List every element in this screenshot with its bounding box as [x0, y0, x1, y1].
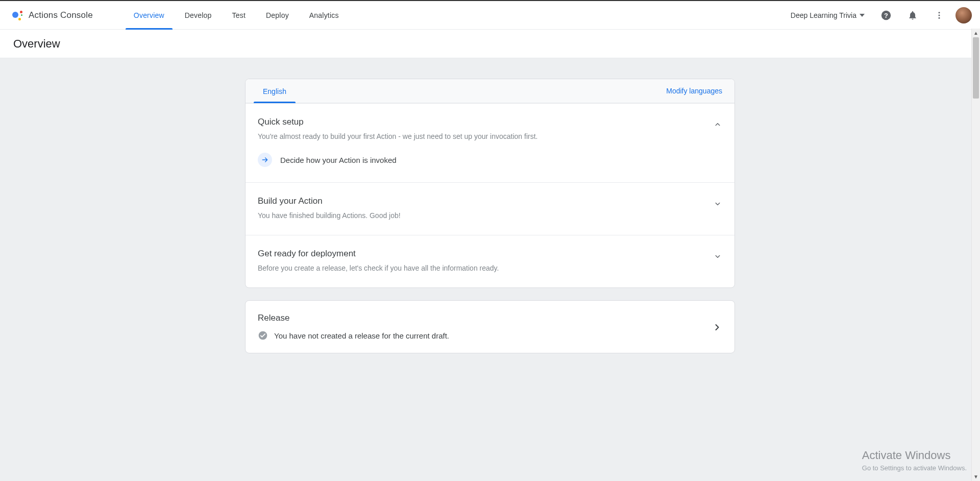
nav-tab-deploy[interactable]: Deploy [256, 1, 299, 29]
content-area: English Modify languages Quick setup You… [0, 58, 980, 481]
release-card[interactable]: Release You have not created a release f… [245, 300, 735, 353]
collapse-button[interactable] [713, 120, 722, 129]
section-build-action: Build your Action You have finished buil… [246, 182, 734, 235]
setup-card: English Modify languages Quick setup You… [245, 79, 735, 288]
more-menu-button[interactable] [929, 5, 949, 26]
nav-tab-overview[interactable]: Overview [124, 1, 175, 29]
scroll-down-arrow-icon[interactable]: ▼ [972, 472, 980, 481]
section-titles: Build your Action You have finished buil… [258, 196, 705, 220]
release-status-text: You have not created a release for the c… [274, 331, 449, 340]
vertical-scrollbar[interactable]: ▲ ▼ [971, 29, 980, 481]
section-quick-setup-header[interactable]: Quick setup You're almost ready to build… [258, 117, 722, 140]
language-bar: English Modify languages [246, 79, 734, 103]
release-title: Release [258, 313, 449, 323]
svg-point-2 [939, 12, 940, 13]
nav-tab-test[interactable]: Test [222, 1, 256, 29]
section-deployment: Get ready for deployment Before you crea… [246, 235, 734, 287]
chevron-down-icon [860, 14, 865, 17]
modify-languages-link[interactable]: Modify languages [666, 87, 722, 95]
content-column: English Modify languages Quick setup You… [245, 79, 735, 461]
release-status: You have not created a release for the c… [258, 330, 449, 341]
arrow-right-icon [258, 153, 272, 167]
task-invocation[interactable]: Decide how your Action is invoked [258, 153, 722, 167]
language-tab-english[interactable]: English [254, 79, 296, 103]
svg-text:?: ? [884, 11, 888, 19]
section-quick-setup: Quick setup You're almost ready to build… [246, 103, 734, 182]
project-selector[interactable]: Deep Learning Trivia [786, 8, 870, 22]
project-name: Deep Learning Trivia [791, 11, 856, 19]
chevron-right-icon [712, 322, 722, 332]
help-button[interactable]: ? [876, 5, 896, 26]
section-titles: Quick setup You're almost ready to build… [258, 117, 705, 140]
release-titles: Release You have not created a release f… [258, 313, 449, 341]
chevron-down-icon [713, 252, 722, 261]
help-icon: ? [880, 10, 892, 21]
chevron-up-icon [713, 120, 722, 129]
svg-point-4 [939, 17, 940, 18]
expand-button[interactable] [713, 252, 722, 261]
chevron-down-icon [713, 199, 722, 208]
page-subheader: Overview [0, 30, 980, 58]
section-title: Quick setup [258, 117, 705, 127]
logo-area: Actions Console [12, 10, 93, 20]
release-open-button[interactable] [712, 322, 722, 332]
user-avatar[interactable] [955, 7, 972, 23]
task-label: Decide how your Action is invoked [280, 156, 397, 164]
section-title: Build your Action [258, 196, 705, 206]
scroll-up-arrow-icon[interactable]: ▲ [972, 29, 980, 37]
bell-icon [908, 10, 918, 20]
section-subtitle: Before you create a release, let's check… [258, 264, 705, 272]
scroll-thumb[interactable] [973, 37, 979, 99]
svg-point-3 [939, 14, 940, 16]
more-vert-icon [935, 11, 944, 20]
section-title: Get ready for deployment [258, 249, 705, 259]
app-title: Actions Console [29, 10, 93, 20]
nav-tab-develop[interactable]: Develop [175, 1, 222, 29]
section-subtitle: You have finished building Actions. Good… [258, 211, 705, 220]
nav-tabs: Overview Develop Test Deploy Analytics [124, 1, 349, 29]
global-header: Actions Console Overview Develop Test De… [0, 1, 980, 30]
nav-tab-analytics[interactable]: Analytics [299, 1, 349, 29]
assistant-logo-icon [12, 10, 22, 20]
notifications-button[interactable] [902, 5, 923, 26]
header-right: Deep Learning Trivia ? [786, 5, 972, 26]
checkmark-circle-icon [258, 330, 268, 341]
section-titles: Get ready for deployment Before you crea… [258, 249, 705, 272]
page-title: Overview [13, 37, 60, 51]
section-deployment-header[interactable]: Get ready for deployment Before you crea… [258, 249, 722, 272]
section-subtitle: You're almost ready to build your first … [258, 132, 705, 140]
section-build-action-header[interactable]: Build your Action You have finished buil… [258, 196, 722, 220]
expand-button[interactable] [713, 199, 722, 208]
